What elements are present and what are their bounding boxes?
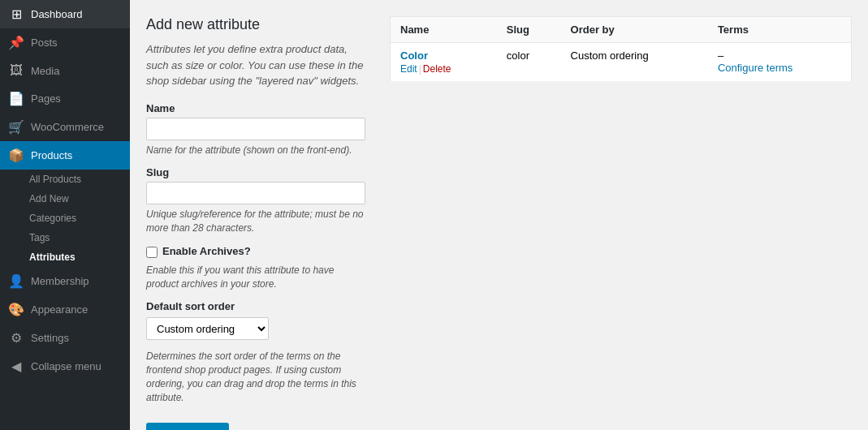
sidebar-item-membership[interactable]: 👤 Membership bbox=[0, 267, 130, 295]
sort-group: Default sort order Custom ordering Name … bbox=[146, 300, 365, 404]
add-attribute-button[interactable]: Add attribute bbox=[146, 423, 229, 430]
name-group: Name Name for the attribute (shown on th… bbox=[146, 102, 365, 157]
sort-label: Default sort order bbox=[146, 300, 365, 312]
sidebar-item-add-new[interactable]: Add New bbox=[0, 189, 130, 209]
sidebar-item-tags[interactable]: Tags bbox=[0, 228, 130, 247]
archives-label: Enable Archives? bbox=[162, 245, 251, 257]
add-attribute-form: Add new attribute Attributes let you def… bbox=[130, 0, 382, 430]
form-description: Attributes let you define extra product … bbox=[146, 41, 365, 89]
archives-group: Enable Archives? Enable this if you want… bbox=[146, 245, 365, 291]
table-row: Color Edit|Delete color Custom ordering … bbox=[391, 43, 852, 82]
slug-input[interactable] bbox=[146, 182, 365, 204]
col-terms: Terms bbox=[708, 17, 852, 43]
sidebar-label-products: Products bbox=[31, 149, 72, 161]
sort-hint: Determines the sort order of the terms o… bbox=[146, 350, 365, 404]
col-name: Name bbox=[391, 17, 497, 43]
archives-checkbox[interactable] bbox=[146, 247, 158, 258]
col-slug: Slug bbox=[497, 17, 561, 43]
posts-icon: 📌 bbox=[8, 35, 24, 50]
membership-icon: 👤 bbox=[8, 273, 24, 289]
sidebar-label-membership: Membership bbox=[31, 275, 89, 287]
table-header-row: Name Slug Order by Terms bbox=[391, 17, 852, 43]
name-input[interactable] bbox=[146, 118, 365, 140]
sidebar-item-appearance[interactable]: 🎨 Appearance bbox=[0, 295, 130, 324]
attributes-table-panel: Name Slug Order by Terms Color Edit|Dele… bbox=[382, 0, 868, 430]
products-icon: 📦 bbox=[8, 148, 24, 163]
pages-icon: 📄 bbox=[8, 91, 24, 106]
sidebar-item-all-products[interactable]: All Products bbox=[0, 170, 130, 189]
appearance-icon: 🎨 bbox=[8, 302, 24, 317]
col-order-by: Order by bbox=[561, 17, 708, 43]
sidebar-item-dashboard[interactable]: ⊞ Dashboard bbox=[0, 0, 130, 28]
sidebar-item-posts[interactable]: 📌 Posts bbox=[0, 28, 130, 57]
name-label: Name bbox=[146, 102, 365, 114]
attr-name-link[interactable]: Color bbox=[400, 49, 428, 62]
products-submenu: All Products Add New Categories Tags Att… bbox=[0, 170, 130, 267]
content-area: Add new attribute Attributes let you def… bbox=[130, 0, 868, 430]
sidebar: ⊞ Dashboard 📌 Posts 🖼 Media 📄 Pages 🛒 Wo… bbox=[0, 0, 130, 430]
slug-group: Slug Unique slug/reference for the attri… bbox=[146, 166, 365, 235]
configure-terms-link[interactable]: Configure terms bbox=[718, 62, 792, 74]
terms-dash: – bbox=[718, 49, 841, 62]
dashboard-icon: ⊞ bbox=[8, 6, 24, 22]
sidebar-item-products[interactable]: 📦 Products bbox=[0, 141, 130, 170]
attr-name-cell: Color Edit|Delete bbox=[391, 43, 497, 82]
sort-select[interactable]: Custom ordering Name Name (numeric) Term… bbox=[146, 317, 269, 340]
sidebar-label-media: Media bbox=[31, 65, 59, 77]
edit-link[interactable]: Edit bbox=[400, 63, 417, 75]
name-hint: Name for the attribute (shown on the fro… bbox=[146, 144, 365, 157]
settings-icon: ⚙ bbox=[8, 330, 24, 346]
sidebar-label-dashboard: Dashboard bbox=[31, 8, 83, 20]
woocommerce-icon: 🛒 bbox=[8, 119, 24, 135]
slug-hint: Unique slug/reference for the attribute;… bbox=[146, 208, 365, 235]
sidebar-item-categories[interactable]: Categories bbox=[0, 209, 130, 228]
sidebar-label-posts: Posts bbox=[31, 37, 58, 49]
sidebar-label-woocommerce: WooCommerce bbox=[31, 121, 104, 133]
sidebar-item-pages[interactable]: 📄 Pages bbox=[0, 84, 130, 113]
sidebar-label-appearance: Appearance bbox=[31, 303, 88, 316]
sidebar-item-settings[interactable]: ⚙ Settings bbox=[0, 324, 130, 352]
collapse-icon: ◀ bbox=[8, 359, 24, 374]
attr-order-cell: Custom ordering bbox=[561, 43, 708, 82]
sidebar-label-settings: Settings bbox=[31, 332, 69, 344]
row-actions: Edit|Delete bbox=[400, 63, 487, 75]
archives-row: Enable Archives? bbox=[146, 245, 365, 260]
sidebar-item-attributes[interactable]: Attributes bbox=[0, 247, 130, 267]
sidebar-label-collapse: Collapse menu bbox=[31, 360, 101, 372]
media-icon: 🖼 bbox=[8, 63, 24, 78]
action-separator: | bbox=[419, 63, 421, 75]
main-content: Add new attribute Attributes let you def… bbox=[130, 0, 868, 430]
sidebar-item-collapse[interactable]: ◀ Collapse menu bbox=[0, 352, 130, 381]
sidebar-item-media[interactable]: 🖼 Media bbox=[0, 57, 130, 84]
sidebar-label-pages: Pages bbox=[31, 92, 61, 105]
delete-link[interactable]: Delete bbox=[423, 63, 451, 75]
attr-terms-cell: – Configure terms bbox=[708, 43, 852, 82]
attributes-table: Name Slug Order by Terms Color Edit|Dele… bbox=[390, 16, 852, 82]
archives-hint: Enable this if you want this attribute t… bbox=[146, 264, 365, 291]
attr-slug-cell: color bbox=[497, 43, 561, 82]
sidebar-item-woocommerce[interactable]: 🛒 WooCommerce bbox=[0, 113, 130, 141]
form-title: Add new attribute bbox=[146, 16, 365, 33]
slug-label: Slug bbox=[146, 166, 365, 178]
